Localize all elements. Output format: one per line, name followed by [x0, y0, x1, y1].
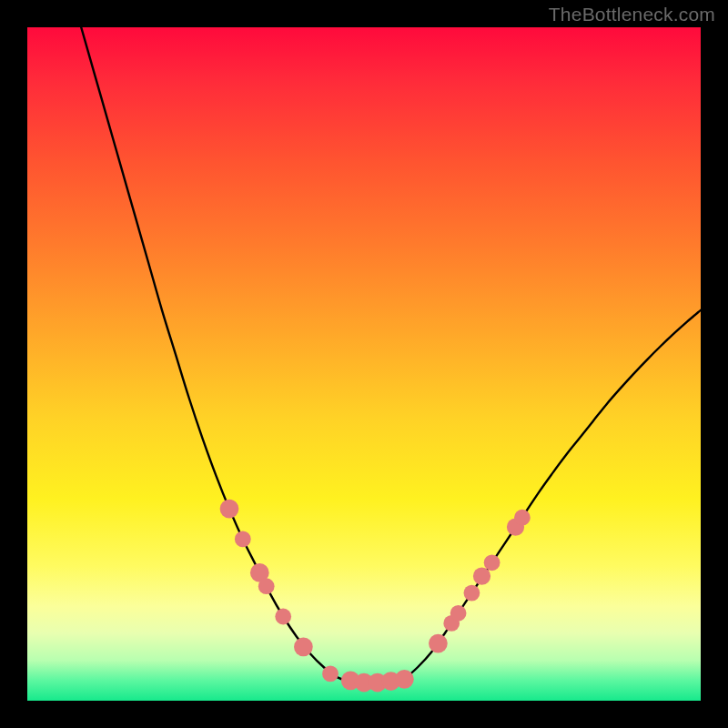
data-marker	[464, 585, 480, 602]
watermark-text: TheBottleneck.com	[549, 4, 715, 25]
data-marker	[514, 510, 531, 526]
data-marker	[395, 670, 414, 689]
bottleneck-curve	[81, 27, 701, 684]
data-marker	[258, 578, 275, 594]
curve-group	[81, 27, 701, 684]
curve-svg	[27, 27, 701, 701]
data-marker	[294, 637, 313, 656]
marker-group	[220, 500, 531, 693]
data-marker	[484, 554, 500, 571]
data-marker	[220, 500, 239, 519]
plot-area	[27, 27, 701, 701]
data-marker	[450, 605, 467, 622]
data-marker	[322, 666, 339, 682]
data-marker	[429, 634, 448, 653]
chart-frame: TheBottleneck.com	[0, 0, 728, 728]
data-marker	[473, 567, 490, 584]
data-marker	[235, 531, 251, 548]
data-marker	[275, 609, 291, 625]
